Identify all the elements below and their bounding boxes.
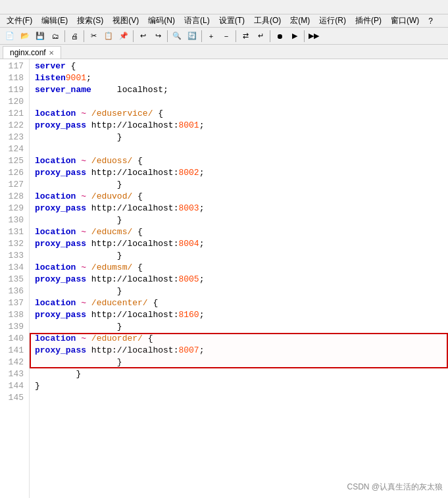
tab-close-icon[interactable]: ✕ bbox=[49, 49, 54, 57]
tab-nginx-conf[interactable]: nginx.conf ✕ bbox=[3, 46, 61, 59]
code-line: proxy_pass http://localhost:8005; bbox=[35, 274, 448, 286]
sep3 bbox=[133, 30, 134, 42]
redo-button[interactable]: ↪ bbox=[151, 29, 165, 43]
code-line: proxy_pass http://localhost:8007; bbox=[35, 345, 448, 357]
line-number: 122 bbox=[3, 120, 24, 132]
macro-play-button[interactable]: ▶ bbox=[287, 29, 302, 43]
menu-view[interactable]: 视图(V) bbox=[109, 15, 143, 26]
line-number: 128 bbox=[3, 191, 24, 203]
open-button[interactable]: 📂 bbox=[18, 29, 32, 43]
line-number: 127 bbox=[3, 179, 24, 191]
menu-settings[interactable]: 设置(T) bbox=[215, 15, 249, 26]
code-line: location ~ /eduvod/ { bbox=[35, 191, 448, 203]
line-number: 139 bbox=[3, 321, 24, 333]
code-line bbox=[35, 143, 448, 155]
line-number: 129 bbox=[3, 203, 24, 214]
line-number: 124 bbox=[3, 143, 24, 155]
sep2 bbox=[84, 30, 84, 42]
code-line: location ~ /eduservice/ { bbox=[35, 108, 448, 120]
zoom-out-button[interactable]: − bbox=[219, 29, 234, 43]
menu-edit[interactable]: 编辑(E) bbox=[37, 15, 72, 26]
editor: 1171181191201211221231241251261271281291… bbox=[0, 59, 448, 498]
code-line: proxy_pass http://localhost:8001; bbox=[35, 120, 448, 132]
menu-tools[interactable]: 工具(O) bbox=[250, 15, 285, 26]
tab-label: nginx.conf bbox=[10, 48, 46, 57]
line-number: 121 bbox=[3, 108, 24, 120]
save-all-button[interactable]: 🗂 bbox=[48, 29, 62, 43]
code-line: server_name localhost; bbox=[35, 84, 448, 96]
sep6 bbox=[236, 30, 236, 42]
sep1 bbox=[64, 30, 65, 42]
find-button[interactable]: 🔍 bbox=[170, 29, 184, 43]
new-button[interactable]: 📄 bbox=[3, 29, 17, 43]
line-number: 130 bbox=[3, 214, 24, 226]
line-number: 145 bbox=[3, 392, 24, 404]
line-number: 142 bbox=[3, 357, 24, 368]
menu-file[interactable]: 文件(F) bbox=[3, 15, 36, 26]
menu-run[interactable]: 运行(R) bbox=[315, 15, 350, 26]
undo-button[interactable]: ↩ bbox=[136, 29, 150, 43]
code-line: location ~ /eduoss/ { bbox=[35, 155, 448, 167]
code-line: proxy_pass http://localhost:8160; bbox=[35, 309, 448, 321]
code-line: proxy_pass http://localhost:8003; bbox=[35, 203, 448, 214]
paste-button[interactable]: 📌 bbox=[116, 29, 131, 43]
code-line: } bbox=[35, 368, 448, 380]
line-number: 140 bbox=[3, 333, 24, 345]
line-numbers: 1171181191201211221231241251261271281291… bbox=[0, 59, 30, 498]
menu-macro[interactable]: 宏(M) bbox=[286, 15, 314, 26]
code-line: proxy_pass http://localhost:8002; bbox=[35, 167, 448, 179]
tab-bar: nginx.conf ✕ bbox=[0, 45, 448, 59]
sep7 bbox=[270, 30, 270, 42]
sep4 bbox=[167, 30, 168, 42]
line-number: 119 bbox=[3, 84, 24, 96]
code-line: listen 9001; bbox=[35, 72, 448, 84]
line-number: 137 bbox=[3, 297, 24, 309]
title-bar bbox=[0, 0, 448, 14]
line-number: 131 bbox=[3, 226, 24, 238]
code-line: } bbox=[35, 179, 448, 191]
sep8 bbox=[304, 30, 305, 42]
menu-language[interactable]: 语言(L) bbox=[180, 15, 214, 26]
code-line: } bbox=[35, 214, 448, 226]
code-line: location ~ /educms/ { bbox=[35, 226, 448, 238]
menu-encoding[interactable]: 编码(N) bbox=[144, 15, 179, 26]
code-line: location ~ /educenter/ { bbox=[35, 297, 448, 309]
menu-search[interactable]: 搜索(S) bbox=[73, 15, 107, 26]
code-line: } bbox=[35, 380, 448, 392]
code-line: } bbox=[35, 357, 448, 368]
line-number: 126 bbox=[3, 167, 24, 179]
code-content[interactable]: server { listen 9001; server_name localh… bbox=[30, 59, 448, 498]
line-number: 123 bbox=[3, 132, 24, 143]
code-line: proxy_pass http://localhost:8004; bbox=[35, 238, 448, 250]
code-line: server { bbox=[35, 61, 448, 72]
menu-plugins[interactable]: 插件(P) bbox=[351, 15, 386, 26]
line-number: 133 bbox=[3, 250, 24, 262]
run-button[interactable]: ▶▶ bbox=[307, 29, 321, 43]
menu-window[interactable]: 窗口(W) bbox=[387, 15, 423, 26]
line-number: 134 bbox=[3, 262, 24, 274]
line-number: 144 bbox=[3, 380, 24, 392]
line-number: 118 bbox=[3, 72, 24, 84]
replace-button[interactable]: 🔄 bbox=[185, 29, 199, 43]
zoom-in-button[interactable]: + bbox=[204, 29, 218, 43]
line-number: 132 bbox=[3, 238, 24, 250]
line-number: 117 bbox=[3, 61, 24, 72]
menu-bar: 文件(F) 编辑(E) 搜索(S) 视图(V) 编码(N) 语言(L) 设置(T… bbox=[0, 14, 448, 28]
print-button[interactable]: 🖨 bbox=[67, 29, 82, 43]
wrap-button[interactable]: ↵ bbox=[253, 29, 268, 43]
code-line: } bbox=[35, 321, 448, 333]
menu-help[interactable]: ? bbox=[424, 16, 437, 26]
macro-rec-button[interactable]: ⏺ bbox=[272, 29, 287, 43]
code-line: location ~ /edumsm/ { bbox=[35, 262, 448, 274]
line-number: 143 bbox=[3, 368, 24, 380]
sync-button[interactable]: ⇄ bbox=[238, 29, 253, 43]
line-number: 141 bbox=[3, 345, 24, 357]
cut-button[interactable]: ✂ bbox=[86, 29, 101, 43]
code-line: location ~ /eduorder/ { bbox=[35, 333, 448, 345]
save-button[interactable]: 💾 bbox=[33, 29, 47, 43]
watermark: CSDN @认真生活的灰太狼 bbox=[347, 482, 443, 493]
copy-button[interactable]: 📋 bbox=[101, 29, 116, 43]
line-number: 138 bbox=[3, 309, 24, 321]
code-line bbox=[35, 96, 448, 108]
code-line: } bbox=[35, 286, 448, 297]
